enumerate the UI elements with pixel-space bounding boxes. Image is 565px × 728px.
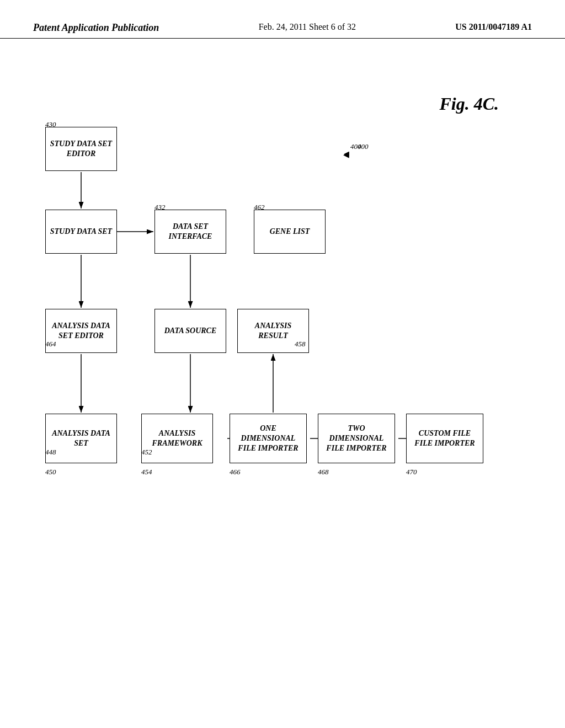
num-430: 430 — [45, 120, 56, 129]
sheet-info: Feb. 24, 2011 Sheet 6 of 32 — [259, 22, 356, 32]
box-study-data-set: STUDY DATA SET — [45, 210, 117, 254]
label-400-arrow: ◀ — [343, 150, 349, 159]
box-430: STUDY DATA SET EDITOR — [45, 127, 117, 171]
box-432: DATA SETINTERFACE — [154, 210, 226, 254]
num-464: 464 — [45, 340, 56, 349]
fig-label: Fig. 4C. — [439, 94, 499, 114]
patent-number: US 2011/0047189 A1 — [455, 22, 532, 32]
box-470: CUSTOM FILEFILE IMPORTER — [406, 414, 483, 463]
num-466: 466 — [230, 468, 241, 477]
label-400-text: 400 — [350, 142, 361, 151]
num-462: 462 — [254, 203, 265, 212]
num-458: 458 — [295, 340, 306, 349]
box-data-source: DATA SOURCE — [154, 309, 226, 353]
num-468: 468 — [318, 468, 329, 477]
box-468: TWODIMENSIONALFILE IMPORTER — [318, 414, 395, 463]
num-448: 448 — [45, 448, 56, 457]
diagram: Fig. 4C. 400 ◄ — [0, 39, 565, 684]
box-462: GENE LIST — [254, 210, 326, 254]
num-454: 454 — [141, 468, 152, 477]
publication-label: Patent Application Publication — [33, 22, 159, 34]
page-header: Patent Application Publication Feb. 24, … — [0, 0, 565, 39]
num-470: 470 — [406, 468, 417, 477]
num-450: 450 — [45, 468, 56, 477]
box-466: ONEDIMENSIONALFILE IMPORTER — [230, 414, 307, 463]
num-432: 432 — [154, 203, 166, 212]
num-452: 452 — [141, 448, 152, 457]
